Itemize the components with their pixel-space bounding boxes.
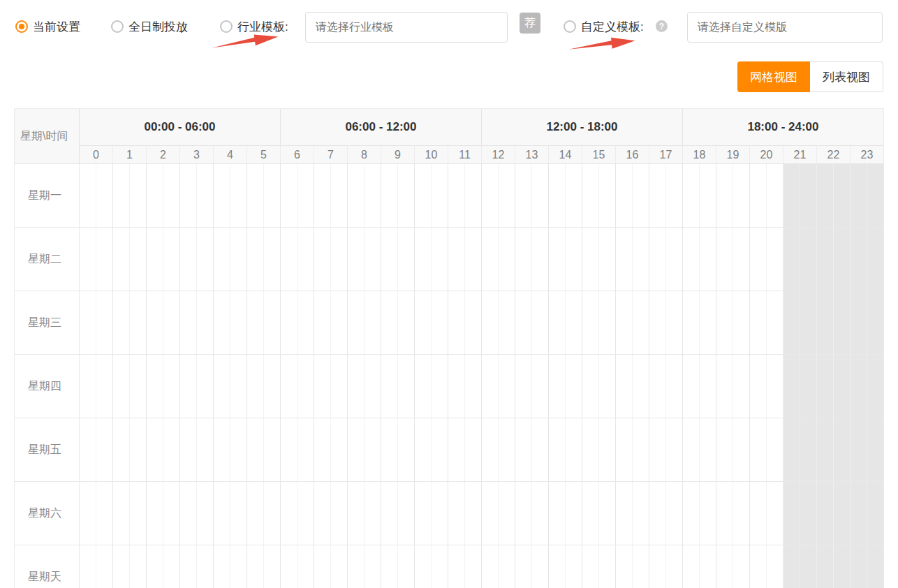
schedule-cell[interactable] [314, 418, 347, 481]
half-hour-cell[interactable] [381, 482, 398, 545]
schedule-cell[interactable] [179, 291, 213, 354]
schedule-cell[interactable] [448, 291, 481, 354]
half-hour-cell[interactable] [297, 228, 314, 291]
half-hour-cell[interactable] [499, 164, 515, 227]
schedule-cell[interactable] [347, 291, 381, 354]
half-hour-cell[interactable] [649, 228, 666, 291]
half-hour-cell[interactable] [398, 418, 414, 481]
half-hour-cell[interactable] [683, 355, 700, 418]
schedule-cell[interactable] [179, 164, 213, 227]
half-hour-cell[interactable] [834, 291, 850, 354]
half-hour-cell[interactable] [448, 355, 465, 418]
half-hour-cell[interactable] [147, 545, 163, 588]
schedule-cell[interactable] [582, 418, 615, 481]
schedule-cell[interactable] [615, 228, 649, 291]
half-hour-cell[interactable] [515, 291, 532, 354]
half-hour-cell[interactable] [616, 291, 633, 354]
half-hour-cell[interactable] [465, 228, 481, 291]
schedule-cell[interactable] [146, 355, 179, 418]
half-hour-cell[interactable] [817, 291, 834, 354]
half-hour-cell[interactable] [683, 228, 700, 291]
half-hour-cell[interactable] [599, 418, 615, 481]
schedule-cell[interactable] [682, 482, 716, 545]
half-hour-cell[interactable] [264, 228, 280, 291]
schedule-cell[interactable] [347, 418, 381, 481]
half-hour-cell[interactable] [264, 291, 280, 354]
schedule-cell[interactable] [481, 228, 515, 291]
half-hour-cell[interactable] [649, 355, 666, 418]
half-hour-cell[interactable] [147, 418, 163, 481]
schedule-cell[interactable] [515, 418, 548, 481]
half-hour-cell[interactable] [465, 418, 481, 481]
half-hour-cell[interactable] [247, 545, 264, 588]
radio-full-day[interactable]: 全日制投放 [111, 19, 188, 34]
schedule-cell[interactable] [749, 482, 783, 545]
half-hour-cell[interactable] [147, 482, 163, 545]
half-hour-cell[interactable] [415, 355, 432, 418]
half-hour-cell[interactable] [750, 164, 767, 227]
half-hour-cell[interactable] [348, 291, 365, 354]
half-hour-cell[interactable] [633, 291, 649, 354]
schedule-cell[interactable] [146, 545, 179, 588]
schedule-cell[interactable] [80, 291, 112, 354]
half-hour-cell[interactable] [247, 418, 264, 481]
custom-template-select[interactable] [687, 12, 883, 43]
half-hour-cell[interactable] [700, 482, 716, 545]
half-hour-cell[interactable] [365, 545, 381, 588]
half-hour-cell[interactable] [499, 355, 515, 418]
half-hour-cell[interactable] [834, 418, 850, 481]
half-hour-cell[interactable] [230, 291, 246, 354]
half-hour-cell[interactable] [783, 418, 800, 481]
half-hour-cell[interactable] [783, 545, 800, 588]
schedule-cell[interactable] [112, 291, 146, 354]
half-hour-cell[interactable] [130, 355, 146, 418]
half-hour-cell[interactable] [398, 228, 414, 291]
schedule-cell[interactable] [80, 164, 112, 227]
half-hour-cell[interactable] [834, 164, 850, 227]
half-hour-cell[interactable] [398, 355, 414, 418]
schedule-cell[interactable] [615, 482, 649, 545]
half-hour-cell[interactable] [499, 228, 515, 291]
half-hour-cell[interactable] [683, 164, 700, 227]
half-hour-cell[interactable] [398, 291, 414, 354]
half-hour-cell[interactable] [566, 228, 582, 291]
half-hour-cell[interactable] [867, 418, 883, 481]
half-hour-cell[interactable] [817, 418, 834, 481]
schedule-cell[interactable] [783, 355, 816, 418]
half-hour-cell[interactable] [247, 291, 264, 354]
half-hour-cell[interactable] [465, 291, 481, 354]
half-hour-cell[interactable] [113, 482, 130, 545]
half-hour-cell[interactable] [80, 482, 96, 545]
half-hour-cell[interactable] [649, 291, 666, 354]
half-hour-cell[interactable] [733, 418, 749, 481]
half-hour-cell[interactable] [113, 291, 130, 354]
half-hour-cell[interactable] [482, 164, 499, 227]
half-hour-cell[interactable] [633, 545, 649, 588]
schedule-cell[interactable] [716, 291, 749, 354]
schedule-cell[interactable] [850, 482, 883, 545]
schedule-cell[interactable] [314, 355, 347, 418]
half-hour-cell[interactable] [331, 482, 347, 545]
half-hour-cell[interactable] [281, 291, 297, 354]
schedule-cell[interactable] [783, 164, 816, 227]
half-hour-cell[interactable] [297, 545, 314, 588]
half-hour-cell[interactable] [616, 355, 633, 418]
half-hour-cell[interactable] [800, 482, 816, 545]
schedule-cell[interactable] [582, 164, 615, 227]
schedule-cell[interactable] [414, 355, 448, 418]
half-hour-cell[interactable] [566, 418, 582, 481]
half-hour-cell[interactable] [96, 418, 112, 481]
schedule-cell[interactable] [682, 228, 716, 291]
schedule-cell[interactable] [347, 355, 381, 418]
schedule-cell[interactable] [515, 228, 548, 291]
schedule-cell[interactable] [783, 228, 816, 291]
half-hour-cell[interactable] [750, 291, 767, 354]
half-hour-cell[interactable] [767, 228, 783, 291]
half-hour-cell[interactable] [582, 228, 599, 291]
half-hour-cell[interactable] [733, 228, 749, 291]
half-hour-cell[interactable] [96, 291, 112, 354]
half-hour-cell[interactable] [549, 228, 566, 291]
half-hour-cell[interactable] [851, 418, 867, 481]
half-hour-cell[interactable] [616, 482, 633, 545]
half-hour-cell[interactable] [482, 228, 499, 291]
